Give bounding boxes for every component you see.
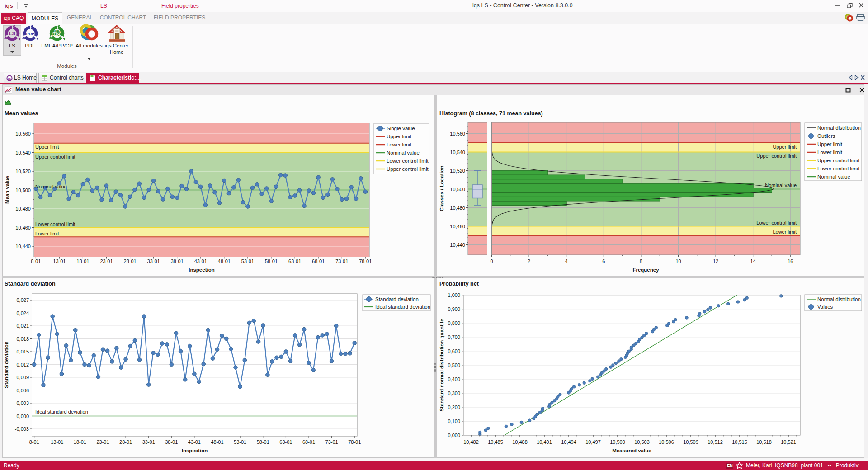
svg-text:Values: Values [817, 304, 833, 310]
svg-text:Ideal standard deviation: Ideal standard deviation [35, 409, 88, 414]
svg-text:16: 16 [788, 258, 793, 264]
svg-text:Nominal value: Nominal value [35, 184, 67, 189]
svg-text:10,480: 10,480 [15, 206, 31, 212]
svg-text:14: 14 [750, 258, 756, 264]
svg-text:0,400: 0,400 [448, 376, 460, 382]
svg-text:73-01: 73-01 [326, 439, 338, 445]
svg-text:0,000: 0,000 [448, 432, 460, 438]
svg-text:0,000: 0,000 [16, 414, 29, 419]
svg-text:38-01: 38-01 [171, 258, 184, 264]
svg-text:Upper limit: Upper limit [387, 134, 412, 139]
svg-text:38-01: 38-01 [165, 439, 178, 445]
svg-text:43-01: 43-01 [194, 258, 207, 264]
svg-text:Lower control limit: Lower control limit [817, 166, 859, 171]
svg-text:68-01: 68-01 [312, 258, 325, 264]
svg-text:4: 4 [565, 258, 568, 264]
svg-text:10,500: 10,500 [15, 188, 31, 193]
svg-text:18-01: 18-01 [74, 439, 86, 445]
svg-text:10,515: 10,515 [732, 439, 747, 445]
svg-text:Nominal value: Nominal value [765, 183, 797, 188]
svg-text:10,503: 10,503 [634, 439, 650, 445]
svg-text:8: 8 [640, 258, 642, 264]
svg-text:28-01: 28-01 [124, 258, 137, 264]
svg-text:Normal distribution: Normal distribution [817, 296, 861, 302]
svg-text:Mean values: Mean values [5, 110, 38, 117]
svg-text:58-01: 58-01 [257, 439, 269, 445]
svg-text:78-01: 78-01 [359, 258, 372, 264]
svg-text:10,540: 10,540 [450, 150, 465, 155]
svg-text:6: 6 [602, 258, 605, 264]
svg-text:Upper control limit: Upper control limit [756, 153, 797, 159]
svg-text:10,520: 10,520 [450, 168, 465, 174]
svg-text:33-01: 33-01 [147, 258, 160, 264]
svg-text:2: 2 [528, 258, 530, 264]
svg-text:48-01: 48-01 [218, 258, 231, 264]
svg-text:0,018: 0,018 [16, 336, 29, 342]
svg-text:Standard normal distribution q: Standard normal distribution quantile [439, 319, 444, 411]
svg-text:68-01: 68-01 [302, 439, 315, 445]
svg-text:0,021: 0,021 [16, 323, 29, 329]
svg-text:58-01: 58-01 [265, 258, 278, 264]
svg-text:Inspection: Inspection [189, 267, 215, 273]
svg-text:Upper control limit: Upper control limit [387, 166, 429, 172]
svg-text:Nominal value: Nominal value [387, 150, 420, 155]
svg-text:0,024: 0,024 [16, 310, 29, 316]
svg-text:23-01: 23-01 [96, 439, 109, 445]
svg-text:10,520: 10,520 [15, 169, 31, 174]
svg-text:Upper control limit: Upper control limit [35, 154, 75, 160]
svg-text:Frequency: Frequency [632, 267, 659, 273]
svg-text:10,509: 10,509 [683, 439, 698, 445]
svg-text:Lower control limit: Lower control limit [387, 158, 429, 164]
svg-text:1,000: 1,000 [448, 292, 460, 298]
svg-text:10,460: 10,460 [15, 225, 31, 230]
svg-text:23-01: 23-01 [100, 258, 113, 264]
svg-text:Lower limit: Lower limit [817, 150, 843, 155]
svg-text:10,482: 10,482 [463, 439, 479, 445]
svg-text:10,491: 10,491 [537, 439, 552, 445]
svg-text:Upper limit: Upper limit [35, 144, 59, 150]
svg-text:10,480: 10,480 [450, 205, 465, 211]
svg-text:18-01: 18-01 [76, 258, 89, 264]
svg-text:Lower limit: Lower limit [387, 142, 412, 147]
svg-text:0,100: 0,100 [448, 418, 460, 424]
svg-text:0,200: 0,200 [448, 404, 460, 410]
svg-text:63-01: 63-01 [279, 439, 292, 445]
svg-text:0,800: 0,800 [448, 320, 460, 326]
svg-text:33-01: 33-01 [142, 439, 155, 445]
svg-text:10,540: 10,540 [15, 150, 31, 155]
svg-text:10,512: 10,512 [708, 439, 723, 445]
svg-text:Lower limit: Lower limit [773, 229, 797, 235]
svg-text:0,009: 0,009 [16, 375, 29, 380]
svg-text:Outliers: Outliers [817, 133, 835, 139]
svg-text:10,560: 10,560 [450, 131, 465, 136]
svg-text:Histogram (8 classes, 71 mean: Histogram (8 classes, 71 mean values) [439, 110, 543, 117]
svg-text:Probability net: Probability net [439, 281, 479, 287]
svg-text:10,521: 10,521 [781, 439, 796, 445]
svg-text:0,300: 0,300 [448, 390, 460, 396]
svg-text:8-01: 8-01 [29, 439, 39, 445]
svg-text:13-01: 13-01 [53, 258, 66, 264]
svg-text:10,560: 10,560 [15, 131, 31, 136]
svg-text:0: 0 [490, 258, 493, 264]
svg-text:10,500: 10,500 [610, 439, 625, 445]
svg-text:48-01: 48-01 [211, 439, 223, 445]
svg-text:Upper limit: Upper limit [817, 141, 843, 147]
svg-text:Inspection: Inspection [182, 448, 208, 453]
svg-text:12: 12 [713, 258, 718, 264]
svg-text:10: 10 [675, 258, 681, 264]
svg-text:10,506: 10,506 [659, 439, 674, 445]
svg-text:0,015: 0,015 [16, 349, 29, 354]
svg-text:Standard deviation: Standard deviation [375, 296, 419, 302]
svg-text:63-01: 63-01 [288, 258, 301, 264]
svg-text:10,440: 10,440 [450, 242, 465, 248]
svg-text:10,460: 10,460 [450, 224, 465, 229]
svg-text:Measured value: Measured value [612, 448, 651, 453]
svg-text:Lower control limit: Lower control limit [35, 221, 75, 227]
svg-text:10,488: 10,488 [512, 439, 528, 445]
svg-text:0,003: 0,003 [16, 400, 29, 406]
svg-text:10,500: 10,500 [450, 187, 465, 192]
svg-text:73-01: 73-01 [335, 258, 348, 264]
svg-text:Ideal standard deviation: Ideal standard deviation [375, 304, 430, 310]
svg-text:Classes / Location: Classes / Location [439, 166, 444, 212]
svg-text:Upper limit: Upper limit [773, 144, 797, 150]
